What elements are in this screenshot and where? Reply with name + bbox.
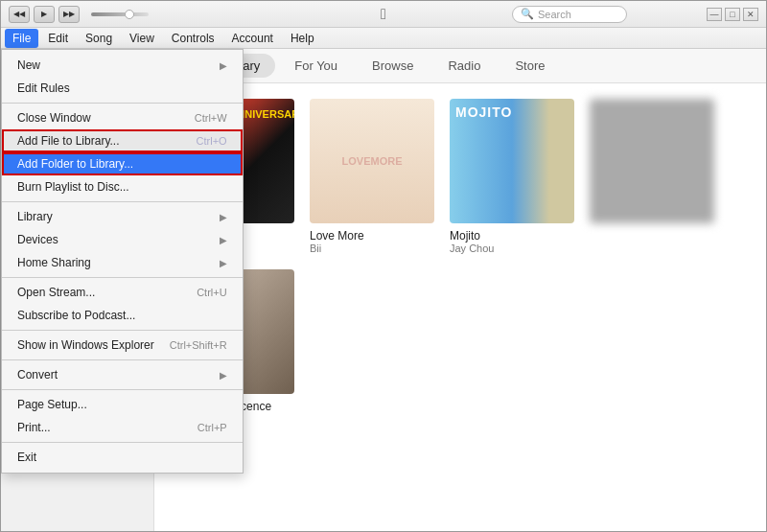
file-menu-dropdown: New▶Edit RulesClose WindowCtrl+WAdd File… xyxy=(1,49,244,474)
menu-label-print: Print... xyxy=(17,421,51,434)
arrow-icon-library: ▶ xyxy=(220,212,227,222)
arrow-icon-convert: ▶ xyxy=(220,370,227,381)
menu-separator xyxy=(2,389,243,390)
search-placeholder: Search xyxy=(538,9,571,20)
shortcut-open-stream: Ctrl+U xyxy=(197,287,226,298)
dropdown-menu: New▶Edit RulesClose WindowCtrl+WAdd File… xyxy=(1,49,244,474)
menu-label-show-windows-explorer: Show in Windows Explorer xyxy=(17,338,154,352)
menu-label-convert: Convert xyxy=(17,368,58,382)
minimize-button[interactable]: — xyxy=(707,8,722,21)
apple-logo:  xyxy=(381,6,386,23)
tab-browse[interactable]: Browse xyxy=(357,54,429,78)
album-title-lovemore: Love More xyxy=(310,229,434,243)
arrow-icon-new: ▶ xyxy=(220,60,227,71)
volume-slider[interactable] xyxy=(91,12,149,16)
play-button[interactable]: ▶ xyxy=(34,6,55,23)
menu-separator xyxy=(2,201,243,202)
menu-item-library[interactable]: Library▶ xyxy=(2,205,243,228)
menu-item-devices[interactable]: Devices▶ xyxy=(2,228,243,251)
menu-item-edit[interactable]: Edit xyxy=(40,29,76,48)
menu-separator xyxy=(2,442,243,443)
menu-label-burn-playlist: Burn Playlist to Disc... xyxy=(17,180,129,194)
menu-label-add-folder: Add Folder to Library... xyxy=(17,157,133,171)
forward-button[interactable]: ▶▶ xyxy=(58,6,80,23)
menu-item-add-file[interactable]: Add File to Library...Ctrl+O xyxy=(2,129,243,152)
back-button[interactable]: ◀◀ xyxy=(9,6,30,23)
menu-label-open-stream: Open Stream... xyxy=(17,286,95,299)
menu-label-exit: Exit xyxy=(17,451,36,464)
menu-item-help[interactable]: Help xyxy=(283,29,322,48)
menu-label-subscribe-podcast: Subscribe to Podcast... xyxy=(17,309,135,322)
close-button[interactable]: ✕ xyxy=(743,8,758,21)
menu-separator xyxy=(2,277,243,278)
menu-item-page-setup[interactable]: Page Setup... xyxy=(2,393,243,416)
shortcut-show-windows-explorer: Ctrl+Shift+R xyxy=(170,339,227,351)
shortcut-add-file: Ctrl+O xyxy=(197,135,227,147)
arrow-icon-devices: ▶ xyxy=(220,235,227,245)
shortcut-close-window: Ctrl+W xyxy=(195,112,227,124)
album-card-lovemore[interactable]: LOVEMORELove MoreBii xyxy=(310,99,434,254)
menu-item-home-sharing[interactable]: Home Sharing▶ xyxy=(2,251,243,274)
menu-item-view[interactable]: View xyxy=(122,29,162,48)
menu-item-show-windows-explorer[interactable]: Show in Windows ExplorerCtrl+Shift+R xyxy=(2,334,243,357)
album-artist-lovemore: Bii xyxy=(310,243,434,254)
menu-item-controls[interactable]: Controls xyxy=(164,29,222,48)
menu-separator xyxy=(2,330,243,331)
arrow-icon-home-sharing: ▶ xyxy=(220,258,227,268)
menu-label-add-file: Add File to Library... xyxy=(17,134,120,148)
maximize-button[interactable]: □ xyxy=(725,8,740,21)
menu-item-print[interactable]: Print...Ctrl+P xyxy=(2,416,243,439)
menu-item-song[interactable]: Song xyxy=(78,29,120,48)
menu-item-new[interactable]: New▶ xyxy=(2,54,243,77)
menu-label-new: New xyxy=(17,58,40,72)
menu-item-convert[interactable]: Convert▶ xyxy=(2,363,243,386)
menu-label-edit-rules: Edit Rules xyxy=(17,81,70,95)
menu-label-library: Library xyxy=(17,210,53,223)
search-box[interactable]: 🔍 Search xyxy=(512,6,627,23)
itunes-window: ◀◀ ▶ ▶▶  🔍 Search — □ ✕ FileEditSongV xyxy=(0,0,767,532)
album-title-mojito: Mojito xyxy=(450,229,574,243)
menu-label-home-sharing: Home Sharing xyxy=(17,256,91,269)
menu-item-edit-rules[interactable]: Edit Rules xyxy=(2,77,243,100)
tab-radio[interactable]: Radio xyxy=(432,54,496,78)
menu-item-close-window[interactable]: Close WindowCtrl+W xyxy=(2,106,243,129)
album-grid: BOND30ANNIVERSARYth AnniversaryLOVEMOREL… xyxy=(170,99,751,425)
album-artist-mojito: Jay Chou xyxy=(450,243,574,254)
album-art-lovemore: LOVEMORE xyxy=(310,99,434,223)
menu-item-open-stream[interactable]: Open Stream...Ctrl+U xyxy=(2,281,243,304)
menu-separator xyxy=(2,103,243,104)
menu-item-file[interactable]: File xyxy=(5,29,38,48)
menu-item-account[interactable]: Account xyxy=(224,29,281,48)
menu-item-exit[interactable]: Exit xyxy=(2,446,243,469)
transport-controls: ◀◀ ▶ ▶▶ xyxy=(9,6,149,23)
tab-store[interactable]: Store xyxy=(500,54,560,78)
album-art-unknown xyxy=(590,99,714,223)
window-controls: 🔍 Search — □ ✕ xyxy=(512,6,758,23)
menu-item-subscribe-podcast[interactable]: Subscribe to Podcast... xyxy=(2,304,243,327)
menu-label-page-setup: Page Setup... xyxy=(17,398,87,411)
tab-for-you[interactable]: For You xyxy=(279,54,353,78)
title-bar: ◀◀ ▶ ▶▶  🔍 Search — □ ✕ xyxy=(1,1,766,28)
menu-item-burn-playlist[interactable]: Burn Playlist to Disc... xyxy=(2,175,243,198)
menu-label-devices: Devices xyxy=(17,233,58,246)
menu-bar: FileEditSongViewControlsAccountHelp xyxy=(1,28,766,49)
menu-item-add-folder[interactable]: Add Folder to Library... xyxy=(2,152,243,175)
album-card-mojito[interactable]: MOJITOMojitoJay Chou xyxy=(450,99,574,254)
shortcut-print: Ctrl+P xyxy=(198,422,227,433)
content-area: BOND30ANNIVERSARYth AnniversaryLOVEMOREL… xyxy=(154,83,766,531)
menu-separator xyxy=(2,359,243,360)
album-art-mojito: MOJITO xyxy=(450,99,574,223)
album-card-unknown[interactable] xyxy=(590,99,714,254)
menu-label-close-window: Close Window xyxy=(17,111,91,125)
